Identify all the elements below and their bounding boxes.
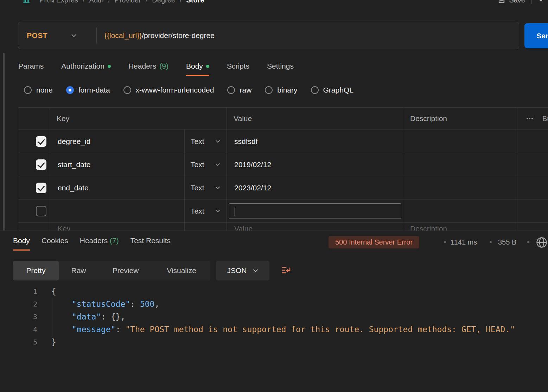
tab-settings[interactable]: Settings [267,62,294,76]
breadcrumb-item[interactable]: PRN Expres [39,0,78,4]
table-row: degree_id Text ssdfsdf [18,130,548,153]
request-tabs: Params Authorization Headers (9) Body Sc… [18,62,294,76]
response-tab-body[interactable]: Body [13,236,30,251]
response-tab-headers[interactable]: Headers (7) [80,236,119,251]
type-select[interactable]: Text [185,200,227,222]
tab-params[interactable]: Params [18,62,44,76]
key-cell[interactable]: degree_id [50,130,185,153]
response-tab-cookies[interactable]: Cookies [42,236,68,251]
row-checkbox[interactable] [36,136,46,147]
scrollbar-thumb[interactable] [3,53,5,259]
line-number: 2 [0,300,37,308]
description-cell[interactable] [404,130,517,153]
table-row-clipped: Key Value Description [18,223,548,230]
radio-icon [24,86,32,94]
network-info-icon[interactable] [535,236,548,249]
value-input[interactable] [229,203,401,219]
response-panel: Body Cookies Headers (7) Test Results 50… [0,230,548,392]
description-cell[interactable] [404,200,517,222]
key-cell[interactable] [50,200,185,222]
separator-dot [527,241,529,243]
line-number: 3 [0,312,37,321]
headers-count: (9) [159,62,168,70]
radio-icon [227,86,235,94]
value-cell-focused [227,200,404,222]
view-visualize[interactable]: Visualize [153,261,210,280]
line-number: 5 [0,338,37,346]
chevron-down-icon [215,163,221,166]
table-header-row: Key Value Description Bulk Edit [18,108,548,130]
radio-icon [123,86,131,94]
code-line: 3 "data": {}, [0,310,548,323]
line-number: 1 [0,287,37,296]
view-raw[interactable]: Raw [59,261,98,280]
save-more-chevron-icon[interactable] [538,0,544,2]
chevron-down-icon [71,33,77,38]
format-dropdown[interactable]: JSON [216,261,269,280]
key-cell[interactable]: start_date [50,153,185,176]
mode-binary[interactable]: binary [265,86,297,94]
column-header-key: Key [50,108,227,129]
response-view-switch: Pretty Raw Preview Visualize [13,261,210,280]
tab-authorization[interactable]: Authorization [61,62,111,76]
divider [531,0,532,4]
breadcrumb-current: Store [186,0,204,4]
row-checkbox[interactable] [36,159,46,170]
value-cell[interactable]: 2023/02/12 [227,176,404,199]
body-status-dot [206,65,209,68]
response-body-code: 1 { 2 "statusCode": 500, 3 "data": {}, 4… [0,285,548,348]
breadcrumb-item[interactable]: Degree [152,0,175,4]
value-cell[interactable]: ssdfsdf [227,130,404,153]
save-button[interactable]: Save [509,0,525,4]
response-tab-test-results[interactable]: Test Results [130,236,171,251]
radio-icon [265,86,273,94]
auth-status-dot [108,65,111,68]
row-checkbox[interactable] [36,183,46,193]
save-icon [498,0,505,4]
description-cell[interactable] [404,153,517,176]
tab-headers[interactable]: Headers (9) [128,62,168,76]
code-line: 2 "statusCode": 500, [0,298,548,310]
type-select[interactable]: Text [185,130,227,153]
type-select[interactable]: Text [185,176,227,199]
wrap-text-button[interactable] [275,261,297,280]
url-bar: POST {{local_url}}/provider/store-degree [18,22,519,49]
tab-scripts[interactable]: Scripts [227,62,249,76]
separator-dot [490,241,492,243]
chevron-down-icon [215,186,221,190]
breadcrumb-item[interactable]: Provider [115,0,141,4]
chevron-down-icon [215,209,221,213]
breadcrumb-item[interactable]: Auth [89,0,104,4]
topbar: PRN Expres / Auth / Provider / Degree / … [0,0,548,7]
column-header-description: Description [404,108,517,129]
bulk-edit-link[interactable]: Bulk Edit [542,115,548,123]
tab-body[interactable]: Body [186,62,209,76]
table-row: start_date Text 2019/02/12 [18,153,548,176]
chevron-down-icon [215,139,221,143]
view-preview[interactable]: Preview [98,261,153,280]
radio-selected-icon [66,86,74,94]
response-size: 355 B [498,238,516,246]
code-line: 4 "message": "The POST method is not sup… [0,323,548,336]
app-window: PRN Expres / Auth / Provider / Degree / … [0,0,548,392]
save-group: Save [498,0,544,4]
description-cell[interactable] [404,176,517,199]
table-row: end_date Text 2023/02/12 [18,176,548,200]
row-checkbox[interactable] [36,206,46,216]
text-caret [235,207,235,216]
mode-form-data[interactable]: form-data [66,86,110,94]
mode-raw[interactable]: raw [227,86,251,94]
more-options-icon[interactable] [525,114,534,123]
key-cell[interactable]: end_date [50,176,185,199]
type-select[interactable]: Text [185,153,227,176]
value-cell[interactable]: 2019/02/12 [227,153,404,176]
url-input[interactable]: {{local_url}}/provider/store-degree [104,31,215,40]
view-pretty[interactable]: Pretty [13,261,59,280]
method-selector[interactable]: POST [18,31,96,40]
mode-graphql[interactable]: GraphQL [311,86,353,94]
collection-icon [22,0,31,5]
mode-none[interactable]: none [24,86,53,94]
send-button[interactable]: Send [524,23,548,48]
mode-x-www-form-urlencoded[interactable]: x-www-form-urlencoded [123,86,214,94]
response-time: 1141 ms [451,238,477,246]
